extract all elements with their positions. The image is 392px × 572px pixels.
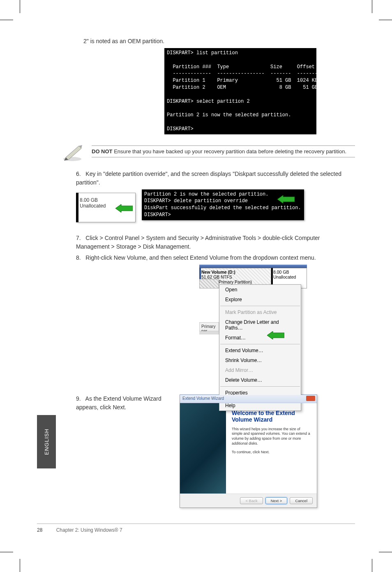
chapter-title: Chapter 2: Using Windows® 7 xyxy=(56,527,122,533)
context-menu: Open Explore Mark Partition as Active Ch… xyxy=(219,284,301,411)
close-icon[interactable] xyxy=(306,396,315,401)
step-6-text: 6. Key in "delete partition override", a… xyxy=(76,170,355,187)
unalloc2-label: Unallocated xyxy=(273,274,296,279)
menu-change-drive[interactable]: Change Drive Letter and Paths… xyxy=(219,317,301,333)
page-number: 28 xyxy=(37,527,42,533)
unallocated-partition-box: 8.00 GB Unallocated xyxy=(76,193,136,222)
language-tab: ENGLISH xyxy=(37,415,56,468)
menu-extend-volume[interactable]: Extend Volume… xyxy=(219,346,301,355)
diskpart-screenshot-1: DISKPART> list partition Partition ### T… xyxy=(164,48,316,134)
unalloc-size: 8.00 GB xyxy=(80,197,132,203)
wizard-titlebar: Extend Volume Wizard xyxy=(180,395,317,403)
unalloc2-size: 8.00 GB xyxy=(273,270,289,274)
step-8-text: 8. Right-click New Volume, and then sele… xyxy=(76,254,355,262)
menu-open[interactable]: Open xyxy=(219,285,301,295)
volume-name: New Volume (D:) xyxy=(201,270,235,274)
arrow-icon xyxy=(277,195,295,203)
note-bold: DO NOT xyxy=(92,148,113,155)
step-9-text: 9. As the Extend Volume Wizard appears, … xyxy=(76,394,175,508)
arrow-icon xyxy=(267,331,284,339)
page-footer: 28 Chapter 2: Using Windows® 7 xyxy=(37,524,355,533)
menu-shrink-volume[interactable]: Shrink Volume… xyxy=(219,355,301,365)
note-callout: DO NOT Ensure that you have backed up yo… xyxy=(62,142,355,161)
extend-volume-wizard-dialog: Extend Volume Wizard Welcome to the Exte… xyxy=(180,394,317,508)
wizard-heading: Welcome to the Extend Volume Wizard xyxy=(232,410,311,423)
note-text: Ensure that you have backed up your reco… xyxy=(114,148,346,155)
menu-add-mirror: Add Mirror… xyxy=(219,365,301,375)
arrow-icon xyxy=(115,204,133,212)
intro-text: 2" is noted as an OEM partition. xyxy=(83,37,355,46)
step-7-text: 7. Click > Control Panel > System and Se… xyxy=(76,234,355,251)
wizard-sidebar-graphic xyxy=(180,403,226,494)
cancel-button[interactable]: Cancel xyxy=(290,497,313,504)
next-button[interactable]: Next > xyxy=(265,497,288,504)
wizard-text-1: This wizard helps you increase the size … xyxy=(232,427,311,446)
back-button: < Back xyxy=(240,497,263,504)
menu-explore[interactable]: Explore xyxy=(219,295,301,304)
primary-partition-label: Primary par xyxy=(199,322,219,331)
menu-format[interactable]: Format… xyxy=(219,333,301,343)
diskpart-screenshot-2: Partition 2 is now the selected partitio… xyxy=(142,189,304,220)
wizard-text-2: To continue, click Next. xyxy=(232,450,311,455)
menu-mark-active: Mark Partition as Active xyxy=(219,307,301,317)
menu-delete-volume[interactable]: Delete Volume… xyxy=(219,375,301,385)
disk-management-screenshot: New Volume (D:) 51.62 GB NTFS Healthy (P… xyxy=(199,265,318,388)
pencil-icon xyxy=(62,142,84,161)
wizard-title-text: Extend Volume Wizard xyxy=(182,396,224,401)
